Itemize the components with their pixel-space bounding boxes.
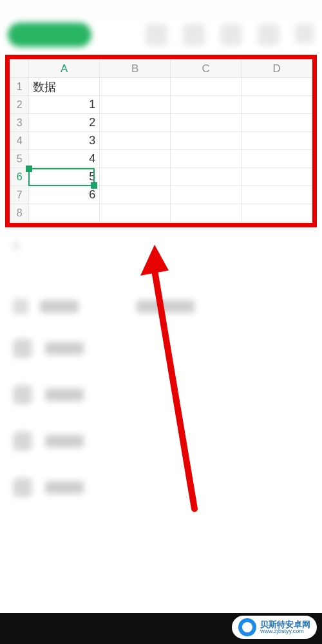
highlight-box: A B C D 1数据 21 32 43 54 65 76 8 — [5, 55, 317, 227]
cell[interactable] — [100, 96, 171, 114]
cell[interactable] — [171, 78, 242, 96]
col-header-a[interactable]: A — [29, 60, 100, 78]
panel-label-1 — [40, 300, 79, 313]
cell[interactable] — [100, 132, 171, 150]
spreadsheet[interactable]: A B C D 1数据 21 32 43 54 65 76 8 — [10, 59, 312, 223]
panel-icon — [13, 299, 28, 314]
cell[interactable] — [100, 150, 171, 168]
select-all-corner[interactable] — [10, 60, 29, 78]
menu-item[interactable] — [13, 431, 309, 451]
bottom-panel: 9 — [0, 232, 322, 613]
cell[interactable] — [171, 186, 242, 204]
menu-icon — [13, 339, 32, 358]
cell[interactable] — [100, 186, 171, 204]
cell[interactable] — [29, 204, 100, 222]
watermark-url: www.zjbstyy.com — [260, 629, 310, 634]
row-header[interactable]: 8 — [10, 204, 29, 222]
toolbar-button-3[interactable] — [220, 24, 242, 46]
cell[interactable]: 数据 — [29, 78, 100, 96]
cell[interactable] — [171, 114, 242, 132]
cell[interactable]: 3 — [29, 132, 100, 150]
row-header[interactable]: 7 — [10, 186, 29, 204]
menu-label — [45, 342, 84, 355]
cell[interactable] — [242, 78, 312, 96]
cell[interactable] — [100, 114, 171, 132]
row-header[interactable]: 1 — [10, 78, 29, 96]
row-header[interactable]: 4 — [10, 132, 29, 150]
toolbar-menu-button[interactable] — [295, 24, 314, 43]
col-header-d[interactable]: D — [242, 60, 312, 78]
cell[interactable] — [242, 114, 312, 132]
menu-item[interactable] — [13, 385, 309, 404]
toolbar — [0, 19, 322, 50]
menu-label — [45, 481, 84, 494]
cell[interactable] — [242, 150, 312, 168]
menu-icon — [13, 385, 32, 404]
cell[interactable] — [171, 168, 242, 186]
cell[interactable] — [171, 132, 242, 150]
row-header[interactable]: 2 — [10, 96, 29, 114]
menu-label — [45, 435, 84, 448]
col-header-b[interactable]: B — [100, 60, 171, 78]
watermark-logo-icon — [238, 618, 256, 636]
action-menu — [13, 339, 309, 497]
menu-item[interactable] — [13, 478, 309, 497]
status-bar — [0, 0, 322, 19]
watermark: 贝斯特安卓网 www.zjbstyy.com — [232, 616, 317, 639]
toolbar-button-4[interactable] — [258, 24, 279, 46]
cell-selected[interactable]: 5 — [29, 168, 100, 186]
row-header[interactable]: 3 — [10, 114, 29, 132]
cell[interactable] — [242, 168, 312, 186]
cell[interactable]: 6 — [29, 186, 100, 204]
primary-action-button[interactable] — [8, 23, 91, 47]
panel-label-2 — [137, 300, 194, 313]
col-header-c[interactable]: C — [171, 60, 242, 78]
cell[interactable]: 2 — [29, 114, 100, 132]
menu-item[interactable] — [13, 339, 309, 358]
cell[interactable] — [171, 150, 242, 168]
toolbar-button-2[interactable] — [183, 24, 205, 46]
cell[interactable]: 1 — [29, 96, 100, 114]
menu-icon — [13, 431, 32, 451]
cell[interactable] — [100, 204, 171, 222]
menu-icon — [13, 478, 32, 497]
cell[interactable] — [242, 204, 312, 222]
cell[interactable] — [242, 132, 312, 150]
cell[interactable] — [171, 204, 242, 222]
cell[interactable] — [100, 168, 171, 186]
cell[interactable] — [171, 96, 242, 114]
cell[interactable]: 4 — [29, 150, 100, 168]
cell[interactable] — [100, 78, 171, 96]
row-header[interactable]: 5 — [10, 150, 29, 168]
toolbar-button-1[interactable] — [146, 24, 167, 46]
menu-label — [45, 388, 84, 401]
cell[interactable] — [242, 96, 312, 114]
row-header[interactable]: 6 — [10, 168, 29, 186]
cell[interactable] — [242, 186, 312, 204]
row-header-extra: 9 — [13, 241, 309, 255]
